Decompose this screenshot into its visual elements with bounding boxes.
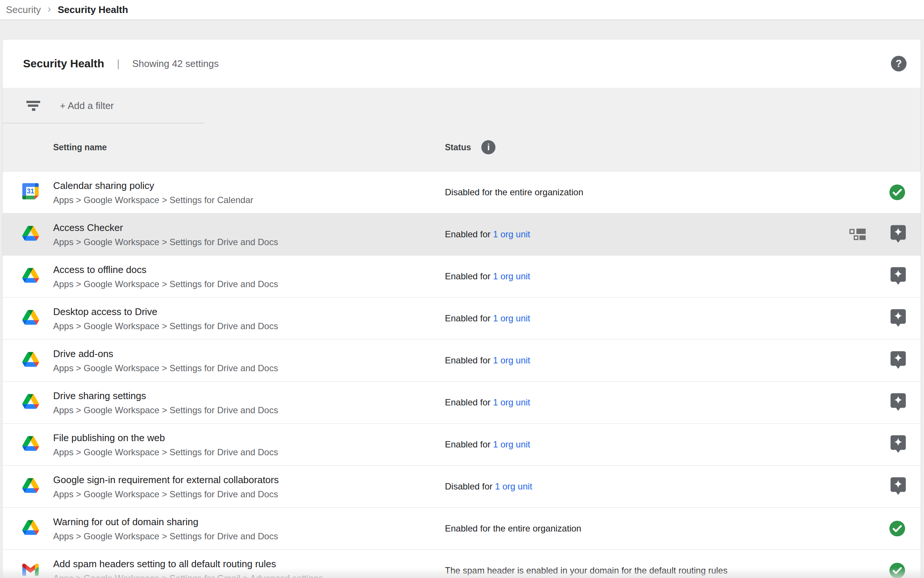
settings-list: 31 Calendar sharing policy Apps > Google… (3, 171, 921, 578)
recommendation-flag-button[interactable] (890, 393, 906, 412)
breadcrumb-parent-link[interactable]: Security (6, 4, 41, 16)
status-ok-icon (889, 184, 906, 201)
setting-name: Add spam headers setting to all default … (53, 557, 323, 570)
org-units-icon (849, 228, 866, 241)
settings-count: Showing 42 settings (132, 58, 219, 70)
status-text: Enabled for 1 org unit (445, 355, 531, 365)
setting-path: Apps > Google Workspace > Settings for D… (53, 404, 278, 416)
setting-path: Apps > Google Workspace > Settings for D… (53, 362, 278, 374)
status-text: Disabled for the entire organization (445, 187, 583, 198)
setting-name: Access to offline docs (53, 263, 278, 276)
table-row[interactable]: Access to offline docs Apps > Google Wor… (3, 255, 921, 297)
drive-icon (22, 478, 39, 493)
setting-name: Drive sharing settings (53, 390, 278, 402)
org-unit-link[interactable]: 1 org unit (495, 481, 532, 491)
svg-text:31: 31 (27, 187, 34, 195)
calendar-icon: 31 (22, 183, 39, 200)
status-info-icon[interactable]: i (481, 140, 495, 154)
breadcrumb: Security › Security Health (0, 0, 924, 19)
gmail-icon (22, 563, 39, 576)
drive-icon (22, 268, 39, 283)
setting-path: Apps > Google Workspace > Settings for D… (53, 278, 278, 290)
filter-icon[interactable] (26, 101, 40, 111)
page-title: Security Health (23, 57, 104, 70)
recommendation-flag-button[interactable] (890, 477, 906, 496)
drive-icon (22, 351, 39, 368)
setting-name: File publishing on the web (53, 432, 278, 444)
drive-icon (22, 225, 39, 242)
org-unit-link[interactable]: 1 org unit (493, 355, 530, 365)
org-unit-link[interactable]: 1 org unit (493, 229, 530, 239)
setting-path: Apps > Google Workspace > Settings for D… (53, 236, 278, 248)
drive-icon (22, 436, 39, 451)
setting-path: Apps > Google Workspace > Settings for D… (53, 446, 278, 458)
status-text: Enabled for 1 org unit (445, 397, 531, 408)
recommendation-flag-icon (890, 351, 906, 370)
table-row[interactable]: 31 Calendar sharing policy Apps > Google… (3, 171, 921, 213)
setting-path: Apps > Google Workspace > Settings for G… (53, 572, 323, 578)
recommendation-flag-button[interactable] (890, 225, 906, 244)
recommendation-flag-button[interactable] (890, 351, 906, 370)
status-text: Enabled for 1 org unit (445, 439, 531, 450)
add-filter-button[interactable]: + Add a filter (60, 100, 114, 112)
setting-path: Apps > Google Workspace > Settings for D… (53, 320, 278, 332)
drive-icon (22, 477, 39, 494)
org-unit-link[interactable]: 1 org unit (493, 397, 530, 407)
status-text: Enabled for 1 org unit (445, 229, 531, 240)
status-text: Enabled for the entire organization (445, 523, 581, 534)
calendar-icon: 31 (22, 183, 39, 200)
drive-icon (22, 310, 39, 325)
recommendation-flag-button[interactable] (890, 309, 906, 328)
status-text: Enabled for 1 org unit (445, 271, 531, 282)
drive-icon (22, 519, 39, 536)
status-ok-icon (889, 520, 906, 537)
setting-name: Drive add-ons (53, 347, 278, 360)
setting-name: Google sign-in requirement for external … (53, 474, 279, 486)
table-row[interactable]: File publishing on the web Apps > Google… (3, 423, 921, 465)
drive-icon (22, 393, 39, 410)
drive-icon (22, 226, 39, 241)
table-row[interactable]: Access Checker Apps > Google Workspace >… (3, 213, 921, 255)
setting-path: Apps > Google Workspace > Settings for D… (53, 530, 278, 542)
status-text: Disabled for 1 org unit (445, 481, 532, 492)
drive-icon (22, 352, 39, 367)
table-row[interactable]: Google sign-in requirement for external … (3, 465, 921, 507)
status-ok-icon (889, 184, 906, 201)
table-row[interactable]: Warning for out of domain sharing Apps >… (3, 507, 921, 549)
recommendation-flag-icon (890, 225, 906, 244)
table-header: Setting name Status i (3, 123, 921, 171)
org-unit-link[interactable]: 1 org unit (493, 271, 530, 281)
status-ok-icon (889, 562, 906, 578)
drive-icon (22, 267, 39, 284)
status-ok-icon (889, 562, 906, 578)
card-header: Security Health | Showing 42 settings ? (3, 39, 921, 88)
recommendation-flag-icon (890, 435, 906, 454)
recommendation-flag-icon (890, 267, 906, 286)
setting-path: Apps > Google Workspace > Settings for D… (53, 489, 279, 500)
table-row[interactable]: Drive add-ons Apps > Google Workspace > … (3, 339, 921, 381)
recommendation-flag-icon (890, 309, 906, 328)
security-health-card: Security Health | Showing 42 settings ? … (2, 39, 921, 578)
recommendation-flag-button[interactable] (890, 435, 906, 454)
column-header-setting-name: Setting name (53, 143, 107, 153)
drive-icon (22, 520, 39, 535)
breadcrumb-separator-icon: › (48, 3, 51, 15)
drive-icon (22, 435, 39, 452)
org-unit-link[interactable]: 1 org unit (493, 313, 530, 323)
table-row[interactable]: Drive sharing settings Apps > Google Wor… (3, 381, 921, 423)
recommendation-flag-icon (890, 393, 906, 412)
gmail-icon (22, 561, 39, 578)
recommendation-flag-button[interactable] (890, 267, 906, 286)
setting-path: Apps > Google Workspace > Settings for C… (53, 194, 254, 206)
drive-icon (22, 394, 39, 409)
setting-name: Desktop access to Drive (53, 305, 278, 318)
table-row[interactable]: Add spam headers setting to all default … (3, 549, 921, 578)
breadcrumb-current: Security Health (58, 4, 128, 16)
org-unit-link[interactable]: 1 org unit (493, 439, 530, 449)
table-row[interactable]: Desktop access to Drive Apps > Google Wo… (3, 297, 921, 339)
recommendation-flag-icon (890, 477, 906, 496)
help-icon[interactable]: ? (891, 56, 906, 71)
title-separator: | (117, 58, 119, 70)
status-text: Enabled for 1 org unit (445, 313, 531, 323)
column-header-status: Status i (445, 140, 495, 154)
